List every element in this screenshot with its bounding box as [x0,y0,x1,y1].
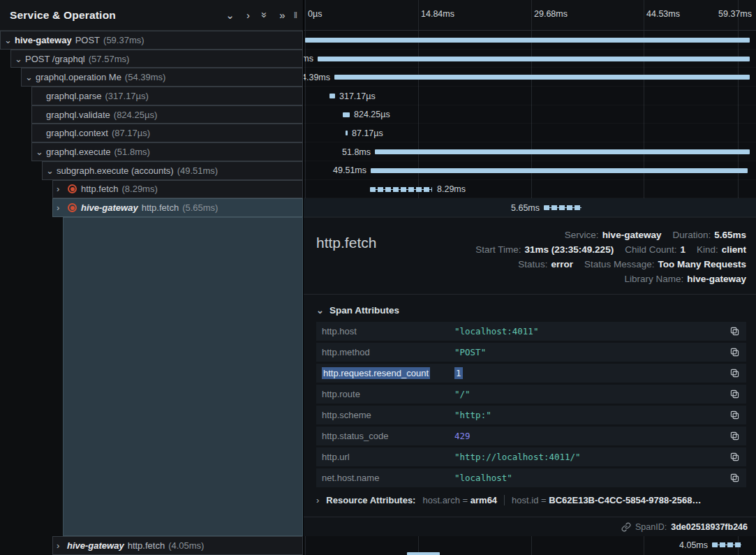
chevron-down-icon[interactable]: ⌄ [225,10,235,20]
span-bar[interactable] [343,112,350,117]
operation-name: graphql.operation Me [36,72,121,82]
chevron-right-icon[interactable]: › [57,184,67,193]
span-duration-label: 51.8ms [342,147,371,157]
copy-icon[interactable] [730,327,739,336]
copy-icon[interactable] [730,473,739,482]
tree-row-selected[interactable]: › hive-gateway http.fetch (5.65ms) [52,198,303,217]
attribute-key: http.scheme [322,410,454,420]
attribute-row: http.scheme "http:" [316,406,746,424]
span-bar[interactable] [329,94,335,98]
chevron-down-icon[interactable]: ⌄ [46,166,57,175]
span-bar[interactable] [305,38,750,43]
link-icon[interactable] [621,522,631,532]
meta-label: Library Name: [624,272,683,286]
tree-row[interactable]: graphql.validate (824.25µs) [31,105,303,124]
span-duration: (4.05ms) [168,540,204,551]
operation-name: graphql.context [46,128,108,138]
chevron-right-icon[interactable]: › [57,203,67,212]
span-duration-label: 4.05ms [679,540,708,550]
copy-icon[interactable] [730,390,739,399]
span-detail-panel: http.fetch Service:hive-gateway Duration… [304,217,756,536]
operation-name: graphql.parse [46,91,102,101]
chevron-down-icon[interactable]: ⌄ [25,73,36,82]
meta-value: 5.65ms [714,228,746,242]
resource-attributes-title: Resource Attributes: [326,495,415,505]
span-bar[interactable] [334,75,750,80]
timeline-row-selected: 5.65ms [304,198,756,217]
attribute-value: "http://localhost:4011/" [454,452,730,462]
span-duration: (59.37ms) [103,35,144,45]
span-bar[interactable] [712,542,741,547]
gridline [531,0,532,30]
span-bar-partial[interactable] [407,552,440,555]
span-duration: (57.57ms) [89,54,130,64]
ruler-tick-label: 29.68ms [534,9,568,19]
tree-row[interactable]: ⌄ graphql.execute (51.8ms) [31,142,303,161]
copy-icon[interactable] [730,431,739,441]
span-duration-label: 57.57ms [304,54,313,64]
span-bar[interactable] [370,187,432,192]
span-bar[interactable] [371,168,748,173]
ruler-tick-label: 44.53ms [646,9,680,19]
copy-icon[interactable] [730,369,739,378]
copy-icon[interactable] [730,452,739,461]
span-duration: (824.25µs) [114,110,157,120]
meta-label: Service: [565,228,599,242]
attributes-table: http.host "localhost:4011" http.method "… [316,322,746,487]
tree-row[interactable]: ⌄ hive-gateway POST (59.37ms) [0,31,303,50]
span-bar[interactable] [544,205,581,210]
span-attributes-header[interactable]: ⌄ Span Attributes [316,305,746,316]
chevron-down-icon[interactable]: ⌄ [15,54,25,64]
span-id-label: SpanID: [635,522,667,532]
chevron-down-icon[interactable]: ⌄ [36,147,46,156]
span-bar[interactable] [375,149,750,154]
gridline [644,0,644,30]
span-duration-label: 317.17µs [339,91,376,101]
attribute-key: http.url [322,452,454,462]
tree-row[interactable]: › http.fetch (8.29ms) [52,180,303,199]
chevron-down-icon[interactable]: ⌄ [4,36,15,45]
span-duration-label: 824.25µs [354,110,390,119]
tree-row[interactable]: ⌄ graphql.operation Me (54.39ms) [21,68,303,87]
meta-value: 1 [680,242,685,257]
resource-attributes-row[interactable]: › Resource Attributes: host.arch = arm64… [316,495,746,505]
operation-name: http.fetch [81,184,118,194]
copy-icon[interactable] [730,410,739,420]
attribute-value: "localhost:4011" [454,326,730,336]
ruler-tick-label: 59.37ms [718,9,752,19]
gridline [305,536,306,555]
chevron-right-icon[interactable]: › [246,10,250,20]
attribute-key: net.host.name [322,473,454,483]
panel-resize-handle[interactable]: ‖ [294,10,297,20]
span-duration: (8.29ms) [121,184,157,194]
selected-span-expanded-area [63,217,303,536]
tree-row[interactable]: › hive-gateway http.fetch (4.05ms) [52,536,303,555]
expand-all-icon[interactable]: » [279,10,285,20]
attribute-value: "/" [454,389,730,399]
copy-icon[interactable] [730,348,739,357]
span-duration-label: 49.51ms [333,165,366,175]
operation-name: POST [75,35,100,45]
span-bar[interactable] [318,57,750,61]
tree-row[interactable]: graphql.context (87.17µs) [31,124,303,142]
ruler-tick-label: 14.84ms [421,9,454,19]
meta-label: Status Message: [584,257,655,272]
attribute-row: http.method "POST" [316,343,746,362]
meta-value: client [722,242,746,257]
operation-name: subgraph.execute (accounts) [57,165,174,176]
divider [504,495,505,505]
chevron-down-icon: ⌄ [316,306,324,315]
operation-name: graphql.execute [46,147,111,157]
meta-value: hive-gateway [687,272,746,286]
attribute-value: "POST" [454,347,730,357]
tree-row[interactable]: ⌄ POST /graphql (57.57ms) [10,50,303,68]
collapse-all-icon[interactable]: » [260,12,270,17]
chevron-right-icon[interactable]: › [57,541,67,550]
attribute-value: "localhost" [454,473,730,483]
span-bar[interactable] [346,131,348,135]
timeline-rows: 57.57ms 54.39ms 317.17µs 824.25µs 87.17µ… [304,31,756,217]
operation-name: http.fetch [128,540,165,551]
tree-row[interactable]: graphql.parse (317.17µs) [31,87,303,105]
tree-row[interactable]: ⌄ subgraph.execute (accounts) (49.51ms) [42,161,303,180]
timeline-row: 54.39ms [304,68,756,87]
